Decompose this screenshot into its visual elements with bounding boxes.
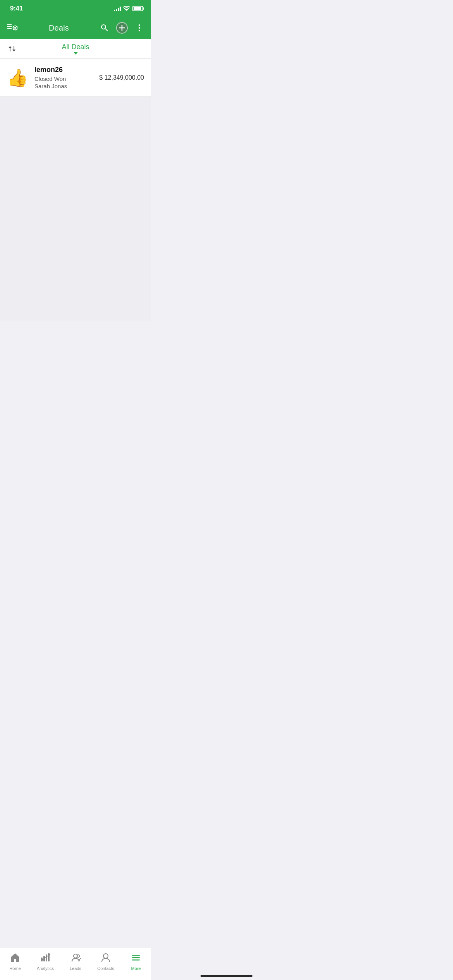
status-bar: 9:41 <box>0 0 151 17</box>
svg-rect-5 <box>15 25 15 26</box>
deal-name: lemon26 <box>34 66 93 74</box>
filter-chevron-icon <box>73 52 78 55</box>
deal-amount: $ 12,349,000.00 <box>99 74 144 81</box>
empty-content-area <box>0 97 151 321</box>
settings-menu-icon[interactable] <box>7 22 18 33</box>
deal-item[interactable]: 👍 lemon26 Closed Won Sarah Jonas $ 12,34… <box>0 59 151 97</box>
header-title: Deals <box>49 24 69 33</box>
header: Deals <box>0 17 151 39</box>
deal-status-icon: 👍 <box>7 69 28 86</box>
svg-rect-6 <box>15 29 15 31</box>
search-button[interactable] <box>100 23 109 33</box>
status-time: 9:41 <box>10 5 23 12</box>
overflow-menu-button[interactable] <box>135 23 144 33</box>
deal-status: Closed Won <box>34 75 93 82</box>
wifi-icon <box>123 6 130 11</box>
filter-label-text: All Deals <box>62 43 89 51</box>
signal-icon <box>114 6 121 11</box>
svg-point-14 <box>139 27 140 29</box>
deal-list: 👍 lemon26 Closed Won Sarah Jonas $ 12,34… <box>0 59 151 97</box>
svg-point-4 <box>14 27 16 29</box>
svg-point-13 <box>139 24 140 26</box>
sort-button[interactable] <box>7 44 17 54</box>
header-left <box>7 22 18 33</box>
battery-icon <box>132 6 143 11</box>
svg-rect-2 <box>7 28 12 29</box>
status-icons <box>114 6 143 11</box>
svg-rect-8 <box>17 27 18 28</box>
svg-rect-0 <box>7 24 12 25</box>
svg-point-15 <box>139 30 140 31</box>
add-deal-button[interactable] <box>116 22 128 34</box>
deal-info: lemon26 Closed Won Sarah Jonas <box>34 66 93 89</box>
filter-bar: All Deals <box>0 39 151 59</box>
svg-rect-1 <box>7 26 12 27</box>
deal-contact: Sarah Jonas <box>34 83 93 89</box>
header-right <box>100 22 144 34</box>
svg-rect-7 <box>12 27 14 28</box>
filter-dropdown[interactable]: All Deals <box>62 43 89 55</box>
